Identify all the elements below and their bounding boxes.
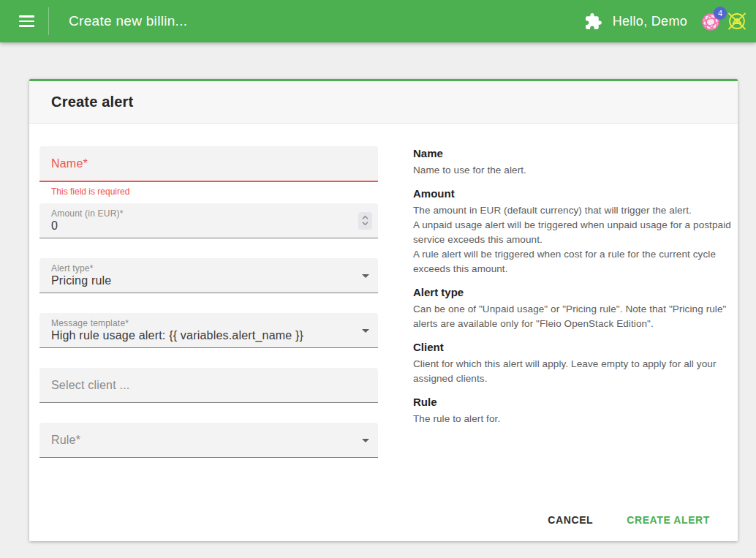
help-text: A unpaid usage alert will be triggered w…	[413, 218, 738, 247]
help-block-rule: Rule The rule to alert for.	[413, 395, 738, 426]
help-text: The rule to alert for.	[413, 412, 738, 426]
alert-type-value: Pricing rule	[51, 274, 111, 287]
message-template-label: Message template*	[51, 318, 129, 328]
alert-form: Name* This field is required Amount (in …	[39, 146, 378, 458]
client-placeholder: Select client ...	[51, 379, 129, 392]
help-block-amount: Amount The amount in EUR (default curren…	[413, 186, 738, 276]
message-template-value: High rule usage alert: {{ variables.aler…	[51, 329, 303, 342]
alert-type-select[interactable]: Alert type* Pricing rule	[39, 258, 378, 293]
help-block-alert-type: Alert type Can be one of "Unpaid usage" …	[413, 285, 738, 331]
rule-select[interactable]: Rule*	[39, 423, 378, 458]
chevron-down-icon	[362, 329, 369, 333]
card-header: Create alert	[29, 81, 738, 124]
help-title: Rule	[413, 395, 738, 409]
help-text: Client for which this alert will apply. …	[413, 357, 738, 386]
help-block-client: Client Client for which this alert will …	[413, 340, 738, 386]
amount-field[interactable]: Amount (in EUR)* 0	[39, 203, 378, 238]
chevron-down-icon	[362, 439, 369, 442]
help-text: The amount in EUR (default currency) tha…	[413, 203, 738, 218]
amount-field-value: 0	[51, 219, 58, 233]
help-panel: Name Name to use for the alert. Amount T…	[413, 146, 738, 458]
name-field-label: Name*	[51, 157, 88, 170]
client-select-input[interactable]: Select client ...	[39, 368, 378, 403]
help-text: Can be one of "Unpaid usage" or "Pricing…	[413, 302, 738, 331]
rule-label: Rule*	[51, 434, 80, 447]
card-body: Name* This field is required Amount (in …	[29, 124, 738, 458]
card-title: Create alert	[51, 94, 133, 110]
amount-stepper[interactable]	[358, 212, 372, 230]
stepper-chevrons-icon	[361, 215, 369, 226]
page-title: Create new billin...	[69, 13, 187, 29]
user-greeting[interactable]: Hello, Demo	[613, 14, 687, 29]
create-alert-button[interactable]: CREATE ALERT	[621, 507, 716, 533]
help-block-name: Name Name to use for the alert.	[413, 146, 738, 178]
card-footer: CANCEL CREATE ALERT	[29, 499, 738, 541]
name-field[interactable]: Name*	[39, 146, 378, 182]
alert-type-label: Alert type*	[51, 263, 94, 274]
help-text: Name to use for the alert.	[413, 163, 738, 178]
amount-field-label: Amount (in EUR)*	[51, 208, 124, 219]
status-muted-icon[interactable]	[724, 7, 750, 36]
help-title: Client	[413, 340, 738, 354]
name-field-error: This field is required	[51, 186, 378, 197]
help-title: Alert type	[413, 285, 738, 299]
notifications-globe-icon[interactable]: 4	[698, 7, 724, 36]
cancel-button[interactable]: CANCEL	[542, 507, 599, 533]
create-alert-card: Create alert Name* This field is require…	[29, 79, 738, 541]
chevron-down-icon	[362, 274, 369, 278]
help-text: A rule alert will be triggered when cost…	[413, 247, 738, 276]
help-title: Amount	[413, 186, 738, 200]
help-title: Name	[413, 146, 738, 160]
message-template-select[interactable]: Message template* High rule usage alert:…	[39, 313, 378, 348]
extensions-puzzle-icon[interactable]	[581, 7, 607, 36]
app-toolbar: Create new billin... Hello, Demo 4	[0, 0, 756, 42]
toolbar-divider	[48, 7, 49, 35]
menu-icon[interactable]	[9, 4, 44, 39]
